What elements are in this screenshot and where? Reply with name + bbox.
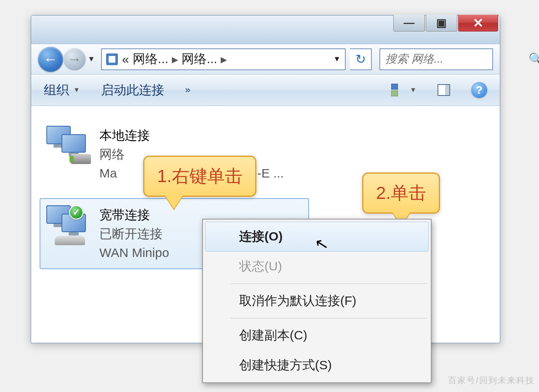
start-connection-label: 启动此连接: [101, 82, 164, 99]
organize-label: 组织: [44, 82, 69, 99]
context-menu-item-shortcut[interactable]: 创建快捷方式(S): [205, 350, 429, 380]
callout-text: 2.单击: [376, 183, 426, 203]
dialup-adapter-icon: ✓: [45, 205, 91, 245]
nav-bar: ← → ▼ « 网络... ▸ 网络... ▸ ▼ ↻ 🔍: [31, 44, 500, 74]
address-dropdown[interactable]: ▼: [333, 55, 341, 64]
view-icon: [391, 84, 406, 96]
nav-history-dropdown[interactable]: ▼: [88, 55, 95, 64]
callout-text: 1.右键单击: [157, 166, 243, 186]
preview-pane-button[interactable]: [438, 84, 450, 96]
address-bar[interactable]: « 网络... ▸ 网络... ▸ ▼: [101, 48, 346, 70]
chevron-right-icon: ▸: [221, 52, 227, 66]
breadcrumb-chevron-start: «: [122, 52, 129, 66]
check-icon: ✓: [69, 205, 83, 220]
search-icon[interactable]: 🔍: [528, 52, 539, 66]
context-menu: 连接(O) 状态(U) 取消作为默认连接(F) 创建副本(C) 创建快捷方式(S…: [202, 219, 432, 383]
annotation-callout-1: 1.右键单击: [143, 156, 256, 197]
more-commands[interactable]: »: [185, 85, 190, 95]
close-button[interactable]: ✕: [458, 15, 498, 32]
connection-status: 已断开连接: [99, 224, 169, 243]
network-adapter-icon: [45, 126, 91, 166]
view-options-button[interactable]: ▼: [391, 84, 416, 96]
annotation-callout-2: 2.单击: [362, 172, 440, 214]
help-button[interactable]: ?: [471, 82, 487, 98]
context-menu-item-connect[interactable]: 连接(O): [205, 222, 429, 252]
search-input[interactable]: [385, 53, 528, 66]
organize-menu[interactable]: 组织 ▼: [44, 82, 80, 99]
titlebar: — ▣ ✕: [31, 16, 500, 44]
connection-title: 宽带连接: [99, 205, 169, 224]
maximize-button[interactable]: ▣: [426, 15, 457, 32]
connection-title: 本地连接: [99, 126, 284, 145]
refresh-button[interactable]: ↻: [350, 48, 372, 70]
command-bar: 组织 ▼ 启动此连接 » ▼ ?: [31, 74, 500, 106]
context-menu-item-copy[interactable]: 创建副本(C): [205, 320, 429, 350]
folder-icon: [106, 53, 118, 65]
start-connection-button[interactable]: 启动此连接: [101, 82, 164, 99]
menu-separator: [230, 318, 427, 318]
context-menu-item-status: 状态(U): [205, 252, 429, 281]
search-box[interactable]: 🔍: [379, 48, 493, 70]
chevron-right-icon: ▸: [172, 52, 178, 66]
watermark: 百家号/回到未来科技: [448, 375, 535, 386]
breadcrumb-part[interactable]: 网络...: [181, 50, 217, 68]
context-menu-item-unset-default[interactable]: 取消作为默认连接(F): [205, 286, 429, 316]
minimize-button[interactable]: —: [393, 15, 425, 32]
breadcrumb-part[interactable]: 网络...: [133, 50, 168, 68]
forward-button: →: [63, 48, 86, 71]
back-button[interactable]: ←: [38, 47, 63, 72]
menu-separator: [230, 283, 427, 284]
connection-detail: WAN Minipo: [99, 243, 169, 262]
